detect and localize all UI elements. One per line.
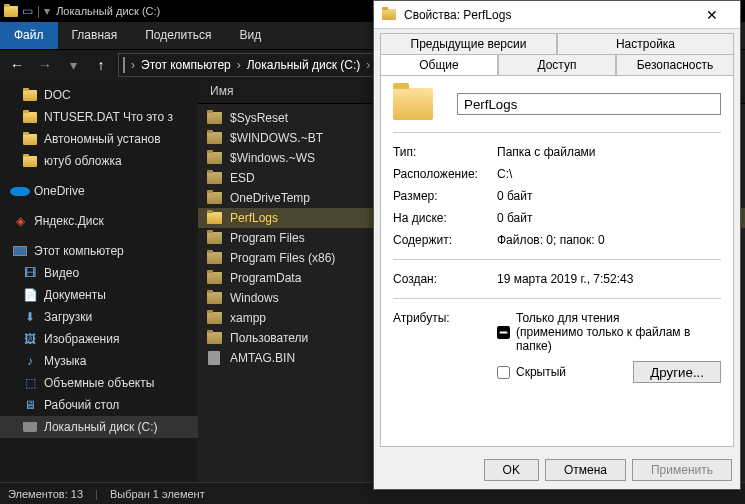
folder-name-input[interactable]	[457, 93, 721, 115]
qat-save-icon[interactable]: ▭	[22, 4, 33, 18]
dialog-title-bar[interactable]: Свойства: PerfLogs ✕	[374, 1, 740, 29]
tab-previous-versions[interactable]: Предыдущие версии	[380, 33, 557, 54]
label-size-on-disk: На диске:	[393, 211, 489, 225]
tab-sharing[interactable]: Доступ	[498, 54, 616, 75]
close-button[interactable]: ✕	[692, 1, 732, 29]
pc-icon	[13, 246, 27, 256]
label-attributes: Атрибуты:	[393, 311, 489, 325]
quick-access-toolbar: ▭ | ▾	[4, 4, 50, 18]
chevron-right-icon[interactable]: ›	[364, 58, 372, 72]
tab-security[interactable]: Безопасность	[616, 54, 734, 75]
dialog-tabs: Предыдущие версии Настройка Общие Доступ…	[374, 29, 740, 75]
back-button[interactable]: ←	[6, 54, 28, 76]
label-type: Тип:	[393, 145, 489, 159]
navigation-pane[interactable]: DOC NTUSER.DAT Что это з Автономный уста…	[0, 80, 198, 482]
hidden-checkbox-input[interactable]	[497, 366, 510, 379]
nav-music[interactable]: ♪Музыка	[0, 350, 198, 372]
label-created: Создан:	[393, 272, 489, 286]
nav-onedrive[interactable]: OneDrive	[0, 180, 198, 202]
qat-dropdown-icon[interactable]: ▾	[44, 4, 50, 18]
nav-downloads[interactable]: ⬇Загрузки	[0, 306, 198, 328]
tab-view[interactable]: Вид	[225, 22, 275, 49]
breadcrumb-pc[interactable]: Этот компьютер	[141, 58, 231, 72]
checkbox-readonly[interactable]: Только для чтения(применимо только к фай…	[497, 311, 721, 353]
value-location: C:\	[497, 167, 512, 181]
folder-large-icon	[393, 88, 433, 120]
dialog-title: Свойства: PerfLogs	[404, 8, 511, 22]
pc-icon	[123, 58, 125, 72]
nav-quick-youtube[interactable]: ютуб обложка	[0, 150, 198, 172]
disk-icon	[23, 422, 37, 432]
dialog-body: Тип:Папка с файлами Расположение:C:\ Раз…	[380, 75, 734, 447]
value-contains: Файлов: 0; папок: 0	[497, 233, 605, 247]
value-size: 0 байт	[497, 189, 532, 203]
nav-yandex[interactable]: ◈Яндекс.Диск	[0, 210, 198, 232]
tab-home[interactable]: Главная	[58, 22, 132, 49]
qat-divider: |	[37, 4, 40, 18]
window-title: Локальный диск (C:)	[56, 5, 160, 17]
recent-dropdown[interactable]: ▾	[62, 54, 84, 76]
readonly-checkbox-input[interactable]	[497, 326, 510, 339]
tab-share[interactable]: Поделиться	[131, 22, 225, 49]
tab-file[interactable]: Файл	[0, 22, 58, 49]
value-size-on-disk: 0 байт	[497, 211, 532, 225]
nav-desktop[interactable]: 🖥Рабочий стол	[0, 394, 198, 416]
nav-quick-ntuser[interactable]: NTUSER.DAT Что это з	[0, 106, 198, 128]
nav-documents[interactable]: 📄Документы	[0, 284, 198, 306]
folder-icon	[4, 6, 18, 17]
nav-quick-offline[interactable]: Автономный установ	[0, 128, 198, 150]
breadcrumb-drive[interactable]: Локальный диск (C:)	[247, 58, 361, 72]
folder-icon	[382, 9, 396, 20]
value-type: Папка с файлами	[497, 145, 596, 159]
nav-this-pc[interactable]: Этот компьютер	[0, 240, 198, 262]
nav-videos[interactable]: 🎞Видео	[0, 262, 198, 284]
label-size: Размер:	[393, 189, 489, 203]
dialog-buttons: OK Отмена Применить	[374, 453, 740, 489]
nav-quick-doc[interactable]: DOC	[0, 84, 198, 106]
status-selection: Выбран 1 элемент	[110, 488, 205, 500]
cancel-button[interactable]: Отмена	[545, 459, 626, 481]
nav-local-disk-c[interactable]: Локальный диск (C:)	[0, 416, 198, 438]
forward-button[interactable]: →	[34, 54, 56, 76]
onedrive-icon	[13, 187, 27, 196]
tab-customize[interactable]: Настройка	[557, 33, 734, 54]
up-button[interactable]: ↑	[90, 54, 112, 76]
others-button[interactable]: Другие...	[633, 361, 721, 383]
apply-button[interactable]: Применить	[632, 459, 732, 481]
ok-button[interactable]: OK	[484, 459, 539, 481]
label-location: Расположение:	[393, 167, 489, 181]
label-contains: Содержит:	[393, 233, 489, 247]
chevron-right-icon[interactable]: ›	[129, 58, 137, 72]
checkbox-hidden[interactable]: Скрытый	[497, 365, 625, 379]
value-created: 19 марта 2019 г., 7:52:43	[497, 272, 633, 286]
properties-dialog: Свойства: PerfLogs ✕ Предыдущие версии Н…	[373, 0, 741, 490]
status-item-count: Элементов: 13	[8, 488, 83, 500]
nav-pictures[interactable]: 🖼Изображения	[0, 328, 198, 350]
chevron-right-icon[interactable]: ›	[235, 58, 243, 72]
nav-3d[interactable]: ⬚Объемные объекты	[0, 372, 198, 394]
tab-general[interactable]: Общие	[380, 54, 498, 75]
